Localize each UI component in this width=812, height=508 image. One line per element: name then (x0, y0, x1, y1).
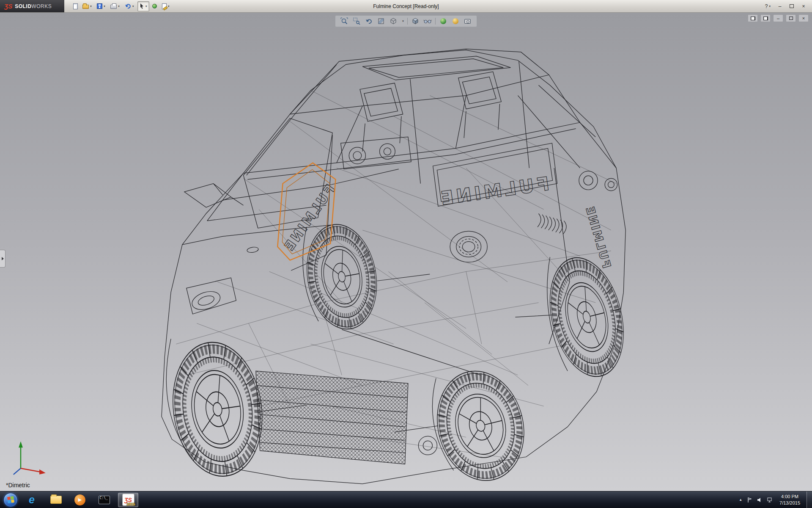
window-controls: ?▼ – × (765, 3, 812, 10)
previous-view-icon (365, 18, 373, 25)
brand-light: WORKS (31, 3, 52, 9)
taskbar-media-player[interactable]: ▶ (70, 493, 90, 507)
edit-appearance-button[interactable] (439, 17, 448, 25)
edit-appearance-icon (440, 18, 446, 24)
zoom-to-fit-button[interactable] (340, 17, 349, 25)
xpress-products-button[interactable] (151, 1, 159, 11)
hide-show-items-icon (423, 18, 432, 24)
chevron-down-icon: ▼ (145, 5, 148, 8)
help-icon: ? (765, 3, 768, 9)
chevron-down-icon[interactable]: ▼ (402, 20, 404, 22)
print-button[interactable]: ▼ (109, 1, 122, 11)
chevron-down-icon: ▼ (768, 5, 771, 8)
tray-expand-button[interactable]: ▲ (739, 498, 742, 502)
open-button[interactable]: ▼ (81, 1, 94, 11)
doc-minimize-button[interactable]: – (773, 14, 783, 22)
expand-arrow-icon (2, 257, 4, 260)
network-icon[interactable] (767, 497, 773, 502)
file-properties-button[interactable]: ▼ (160, 1, 172, 11)
doc-cascade-button[interactable] (748, 14, 758, 22)
front-left-wheel (165, 337, 270, 482)
save-button[interactable]: ▼ (95, 1, 107, 11)
view-settings-icon (464, 19, 471, 24)
rear-left-wheel (426, 362, 535, 490)
app-titlebar: ƷS SOLIDWORKS ▼ ▼ ▼ ▼ ▼ ▼ Fulmine Concep… (0, 0, 812, 13)
start-button[interactable] (3, 493, 18, 507)
view-orientation-icon (390, 17, 397, 25)
display-style-icon (411, 17, 419, 25)
close-icon: × (802, 3, 805, 9)
display-style-button[interactable] (411, 17, 420, 25)
chevron-down-icon: ▼ (90, 5, 92, 8)
file-properties-icon (162, 3, 167, 9)
section-view-icon (377, 17, 385, 25)
zoom-to-area-button[interactable] (352, 17, 361, 25)
undo-arrow-icon (125, 3, 131, 9)
view-orientation-button[interactable] (389, 17, 398, 25)
view-orientation-label: *Dimetric (6, 482, 30, 489)
select-tool-button[interactable]: ▼ (137, 1, 149, 11)
section-view-button[interactable] (376, 17, 386, 25)
cascade-windows-icon (751, 17, 755, 20)
undo-button[interactable]: ▼ (123, 1, 136, 11)
taskbar-internet-explorer[interactable]: e (22, 493, 42, 507)
show-desktop-button[interactable] (807, 491, 812, 508)
apply-scene-button[interactable] (451, 17, 460, 25)
previous-view-button[interactable] (364, 17, 373, 25)
model-name-rear-text: FULMINE (437, 173, 551, 210)
volume-icon[interactable] (757, 497, 763, 502)
orientation-triad (14, 442, 46, 475)
media-player-icon: ▶ (74, 494, 85, 505)
model-name-side-text: FULMINE (583, 204, 614, 270)
clock-date: 7/13/2015 (779, 500, 800, 506)
taskbar-solidworks-2015[interactable]: ƷS 2015 (118, 493, 138, 507)
rear-right-wheel (538, 250, 635, 384)
chevron-down-icon: ▼ (132, 5, 134, 8)
close-button[interactable]: × (800, 3, 807, 10)
taskbar-clock[interactable]: 4:00 PM 7/13/2015 (778, 494, 802, 506)
print-icon (110, 5, 117, 9)
minimize-button[interactable]: – (776, 3, 783, 10)
maximize-icon (790, 4, 794, 8)
solidworks-app-icon: ƷS 2015 (122, 494, 134, 506)
chevron-down-icon: ▼ (118, 5, 120, 8)
car-wireframe: FULMINE FULMINE FULMINE (162, 49, 635, 490)
graphics-viewport[interactable]: FULMINE FULMINE FULMINE (0, 13, 812, 491)
taskbar-command-prompt[interactable]: C:\_ (94, 493, 114, 507)
toolbar-separator (407, 18, 408, 25)
view-settings-button[interactable] (463, 17, 472, 25)
xpress-products-icon (152, 4, 157, 8)
apply-scene-icon (453, 18, 458, 24)
taskbar-windows-explorer[interactable] (46, 493, 66, 507)
chevron-down-icon: ▼ (167, 5, 170, 8)
doc-tile-button[interactable] (760, 14, 771, 22)
feature-manager-collapsed-tab[interactable] (0, 250, 5, 268)
front-right-wheel (299, 219, 385, 335)
windows-flag-icon (7, 496, 14, 503)
close-icon: × (802, 16, 805, 21)
folder-icon (50, 496, 62, 504)
clock-time: 4:00 PM (779, 494, 800, 500)
standard-toolbar: ▼ ▼ ▼ ▼ ▼ ▼ (71, 1, 172, 11)
restore-icon (789, 17, 793, 20)
desktop: ƷS SOLIDWORKS ▼ ▼ ▼ ▼ ▼ ▼ Fulmine Concep… (0, 0, 812, 508)
hide-show-items-button[interactable] (423, 17, 432, 25)
solidworks-logo-icon: ƷS (4, 3, 12, 10)
toolbar-separator (435, 18, 436, 25)
new-document-icon (73, 3, 78, 9)
headsup-view-toolbar: ▼ (335, 15, 477, 27)
model-canvas[interactable]: FULMINE FULMINE FULMINE (0, 13, 812, 491)
select-arrow-icon (139, 3, 144, 9)
zoom-to-fit-icon (340, 17, 348, 25)
doc-close-button[interactable]: × (798, 14, 809, 22)
tile-windows-icon (763, 17, 768, 20)
solidworks-logo: ƷS SOLIDWORKS (0, 0, 64, 12)
brand-bold: SOLID (15, 3, 31, 9)
help-button[interactable]: ?▼ (765, 3, 771, 10)
minimize-icon: – (779, 3, 782, 9)
maximize-button[interactable] (788, 3, 795, 10)
action-center-flag-icon[interactable] (747, 497, 752, 503)
command-prompt-icon: C:\_ (99, 496, 110, 504)
new-document-button[interactable] (71, 1, 80, 11)
doc-restore-button[interactable] (786, 14, 796, 22)
